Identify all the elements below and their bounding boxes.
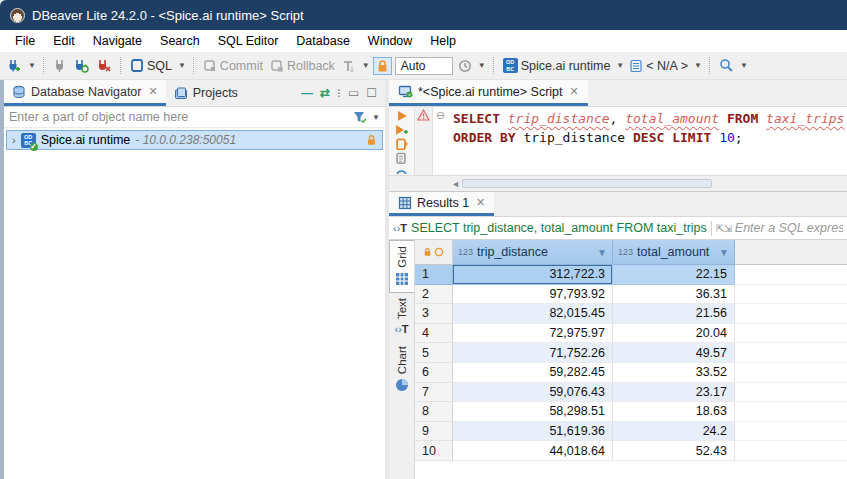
column-header-trip-distance[interactable]: 123 trip_distance ▼ — [453, 240, 613, 265]
cell-trip-distance[interactable]: 97,793.92 — [453, 285, 613, 305]
cell-trip-distance[interactable]: 59,076.43 — [453, 383, 613, 403]
execute-script-icon[interactable] — [395, 138, 408, 151]
cell-total-amount[interactable]: 36.31 — [613, 285, 735, 305]
execute-new-tab-icon[interactable] — [395, 124, 409, 136]
cell-total-amount[interactable]: 49.57 — [613, 343, 735, 363]
view-tab-text[interactable]: Text ‹›T — [389, 293, 414, 341]
close-icon[interactable]: ✕ — [570, 85, 579, 98]
transaction-dropdown[interactable]: ▼ — [362, 61, 370, 70]
row-number-cell[interactable]: 8 — [415, 402, 453, 422]
transaction-mode-button[interactable] — [340, 57, 358, 75]
cell-trip-distance[interactable]: 312,722.3 — [453, 265, 613, 285]
tab-database-navigator[interactable]: Database Navigator ✕ — [4, 80, 166, 106]
row-number-cell[interactable]: 4 — [415, 324, 453, 344]
folding-margin[interactable]: ⊖ — [433, 107, 448, 175]
cell-trip-distance[interactable]: 82,015.45 — [453, 304, 613, 324]
editor-horizontal-scrollbar[interactable]: ◄ — [389, 175, 847, 191]
row-number-cell[interactable]: 10 — [415, 441, 453, 461]
column-filter-arrow-icon[interactable]: ▼ — [719, 247, 729, 258]
search-dropdown[interactable]: ▼ — [740, 61, 748, 70]
transaction-log-dropdown[interactable]: ▼ — [478, 61, 486, 70]
cell-trip-distance[interactable]: 44,018.64 — [453, 441, 613, 461]
rollback-label: Rollback — [287, 59, 335, 73]
view-menu-icon[interactable]: ⁝ — [337, 86, 341, 100]
cell-total-amount[interactable]: 24.2 — [613, 422, 735, 442]
table-corner-cell[interactable] — [415, 240, 453, 265]
menu-item-navigate[interactable]: Navigate — [84, 32, 151, 50]
tab-results-1[interactable]: Results 1 ✕ — [389, 192, 494, 216]
menu-item-sql-editor[interactable]: SQL Editor — [209, 32, 288, 50]
cell-trip-distance[interactable]: 59,282.45 — [453, 363, 613, 383]
active-connection-selector[interactable]: ODBC Spice.ai runtime — [501, 56, 613, 75]
cell-total-amount[interactable]: 22.15 — [613, 265, 735, 285]
transaction-log-button[interactable] — [456, 57, 474, 75]
code-area[interactable]: SELECT trip_distance, total_amount FROM … — [448, 107, 847, 175]
cell-trip-distance[interactable]: 71,752.26 — [453, 343, 613, 363]
sql-expression-input[interactable] — [735, 221, 843, 235]
row-number-cell[interactable]: 3 — [415, 304, 453, 324]
cell-trip-distance[interactable]: 58,298.51 — [453, 402, 613, 422]
cell-total-amount[interactable]: 52.43 — [613, 441, 735, 461]
cell-total-amount[interactable]: 33.52 — [613, 363, 735, 383]
commit-button[interactable]: Commit — [201, 57, 265, 75]
sql-editor-button[interactable]: SQL — [128, 56, 174, 75]
row-number-cell[interactable]: 2 — [415, 285, 453, 305]
connection-dropdown[interactable]: ▼ — [616, 61, 624, 70]
rollback-button[interactable]: Rollback — [268, 57, 337, 75]
tree-item-connection[interactable]: › ODBC Spice.ai runtime - 10.0.0.238:500… — [6, 130, 383, 150]
close-icon[interactable]: ✕ — [476, 196, 485, 209]
column-header-total-amount[interactable]: 123 total_amount ▼ — [613, 240, 735, 265]
menu-item-window[interactable]: Window — [359, 32, 421, 50]
scroll-left-arrow-icon[interactable]: ◄ — [451, 179, 460, 189]
cell-trip-distance[interactable]: 51,619.36 — [453, 422, 613, 442]
reconnect-button[interactable] — [72, 56, 91, 75]
expand-panel-icon[interactable]: ⇱⇲ — [716, 223, 731, 234]
menu-item-help[interactable]: Help — [421, 32, 465, 50]
new-connection-dropdown[interactable]: ▼ — [28, 61, 36, 70]
cell-total-amount[interactable]: 20.04 — [613, 324, 735, 344]
filter-dropdown[interactable]: ▼ — [372, 113, 380, 122]
active-database-selector[interactable]: < N/A > — [627, 57, 690, 75]
row-number-cell[interactable]: 9 — [415, 422, 453, 442]
lock-toggle-button[interactable] — [373, 57, 392, 75]
cell-total-amount[interactable]: 18.63 — [613, 402, 735, 422]
explain-plan-icon[interactable] — [395, 152, 408, 165]
menu-item-database[interactable]: Database — [287, 32, 359, 50]
close-icon[interactable]: ✕ — [148, 85, 157, 98]
commit-label: Commit — [220, 59, 263, 73]
filter-funnel-icon[interactable] — [352, 110, 367, 124]
scrollbar-thumb[interactable] — [462, 179, 712, 188]
cell-total-amount[interactable]: 23.17 — [613, 383, 735, 403]
column-filter-arrow-icon[interactable]: ▼ — [597, 247, 607, 258]
expand-chevron-icon[interactable]: › — [12, 134, 16, 146]
more-tools-icon[interactable] — [395, 167, 408, 175]
tab-script[interactable]: *<Spice.ai runtime> Script ✕ — [389, 80, 588, 106]
menu-item-edit[interactable]: Edit — [44, 32, 84, 50]
cell-total-amount[interactable]: 21.56 — [613, 304, 735, 324]
view-tab-grid[interactable]: Grid — [389, 240, 414, 293]
link-with-editor-icon[interactable]: ⇄ — [320, 86, 330, 100]
connect-button[interactable] — [51, 56, 69, 75]
view-tab-chart[interactable]: Chart — [389, 341, 414, 398]
tab-projects[interactable]: Projects — [166, 80, 246, 106]
row-number-cell[interactable]: 6 — [415, 363, 453, 383]
commit-mode-combo[interactable]: Auto — [395, 57, 453, 75]
new-connection-button[interactable] — [5, 56, 24, 75]
object-filter-input[interactable] — [9, 110, 348, 124]
row-number-cell[interactable]: 5 — [415, 343, 453, 363]
row-number-cell[interactable]: 7 — [415, 383, 453, 403]
database-dropdown[interactable]: ▼ — [694, 61, 702, 70]
execute-statement-icon[interactable] — [396, 110, 408, 122]
maximize-panel-icon[interactable]: ☐ — [366, 86, 377, 100]
search-button[interactable] — [717, 56, 736, 75]
cell-trip-distance[interactable]: 72,975.97 — [453, 324, 613, 344]
fold-marker[interactable]: ⊖ — [436, 109, 445, 121]
collapse-all-icon[interactable]: — — [301, 86, 313, 100]
menu-item-search[interactable]: Search — [151, 32, 209, 50]
results-grid: 123 trip_distance ▼ 123 total_amount ▼ 1… — [415, 240, 847, 479]
sql-editor-dropdown[interactable]: ▼ — [178, 61, 186, 70]
minimize-panel-icon[interactable]: ▭ — [348, 86, 359, 100]
row-number-cell[interactable]: 1 — [415, 265, 453, 285]
disconnect-button[interactable] — [94, 56, 113, 75]
menu-item-file[interactable]: File — [6, 32, 44, 50]
